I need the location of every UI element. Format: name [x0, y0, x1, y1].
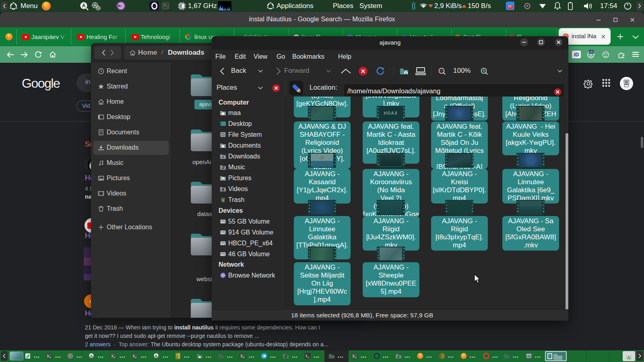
- svg-text:A: A: [90, 354, 93, 358]
- svg-text:UK: UK: [589, 50, 593, 53]
- svg-text:A: A: [155, 354, 158, 358]
- svg-text:A: A: [82, 3, 86, 8]
